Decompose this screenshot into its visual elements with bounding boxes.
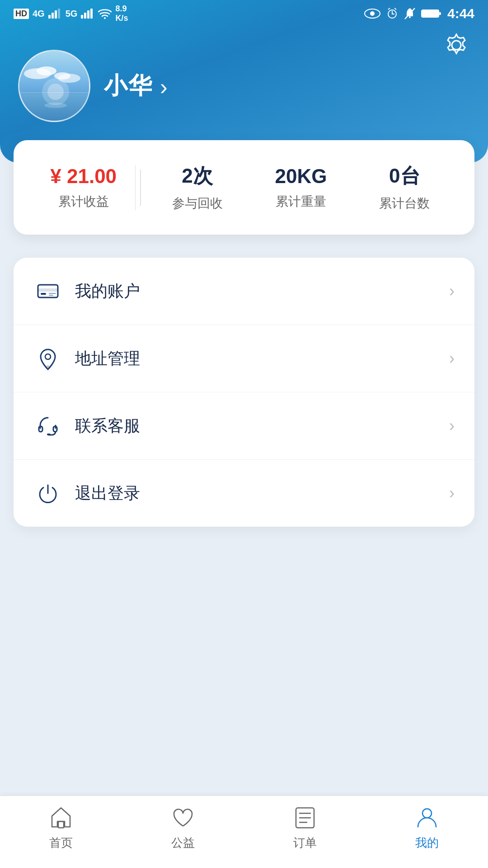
support-label: 联系客服 xyxy=(75,415,449,437)
logout-label: 退出登录 xyxy=(75,482,449,505)
headset-icon xyxy=(33,411,62,440)
address-chevron-icon: › xyxy=(449,349,455,368)
svg-rect-0 xyxy=(48,15,51,19)
wifi-icon xyxy=(98,8,112,19)
user-info[interactable]: 小华 › xyxy=(104,70,168,102)
profile-chevron-icon: › xyxy=(160,74,168,100)
card-icon xyxy=(33,277,62,306)
nav-home-label: 首页 xyxy=(49,835,73,851)
menu-item-support[interactable]: 联系客服 › xyxy=(14,392,474,460)
svg-point-21 xyxy=(47,84,64,100)
recycle-count-stat: 2次 参与回收 xyxy=(145,163,249,212)
svg-rect-29 xyxy=(38,288,58,292)
svg-rect-17 xyxy=(439,12,441,15)
nav-profile[interactable]: 我的 xyxy=(366,805,488,851)
5g-indicator: 5G xyxy=(66,9,78,19)
bottom-navigation: 首页 公益 订单 我的 xyxy=(0,796,488,868)
device-count-value: 0台 xyxy=(353,163,456,189)
menu-item-address[interactable]: 地址管理 › xyxy=(14,325,474,392)
address-label: 地址管理 xyxy=(75,348,449,370)
earnings-value: ¥ 21.00 xyxy=(32,165,135,188)
stats-right: 2次 参与回收 20KG 累计重量 0台 累计台数 xyxy=(145,163,456,212)
svg-rect-38 xyxy=(58,821,64,828)
username: 小华 xyxy=(104,70,153,102)
svg-point-27 xyxy=(44,103,67,108)
svg-rect-2 xyxy=(55,10,57,19)
support-chevron-icon: › xyxy=(449,416,455,435)
location-icon xyxy=(33,344,62,373)
hd1-indicator: HD xyxy=(14,9,29,19)
bell-mute-icon xyxy=(404,7,416,20)
earnings-stat: ¥ 21.00 累计收益 xyxy=(32,165,136,210)
svg-rect-4 xyxy=(81,15,83,19)
nav-profile-label: 我的 xyxy=(415,835,439,851)
device-count-stat: 0台 累计台数 xyxy=(353,163,456,212)
svg-rect-6 xyxy=(87,10,89,19)
nav-charity-label: 公益 xyxy=(171,835,195,851)
avatar xyxy=(18,50,90,122)
recycle-count-label: 参与回收 xyxy=(145,195,249,212)
menu-item-account[interactable]: 我的账户 › xyxy=(14,258,474,325)
status-right: 4:44 xyxy=(364,6,474,21)
menu-item-logout[interactable]: 退出登录 › xyxy=(14,460,474,527)
signal2-icon xyxy=(81,9,94,19)
svg-rect-1 xyxy=(52,13,54,19)
recycle-count-value: 2次 xyxy=(145,163,249,189)
earnings-label: 累计收益 xyxy=(32,193,135,210)
svg-rect-5 xyxy=(84,13,86,19)
battery-icon xyxy=(421,8,442,19)
speed-info: 8.9K/s xyxy=(115,4,128,23)
svg-point-10 xyxy=(370,11,375,16)
status-bar: HD 4G 5G 8.9K/s 4:44 xyxy=(0,0,488,27)
logout-chevron-icon: › xyxy=(449,484,455,503)
alarm-icon xyxy=(386,7,399,20)
weight-stat: 20KG 累计重量 xyxy=(249,165,352,210)
weight-value: 20KG xyxy=(249,165,352,188)
svg-point-43 xyxy=(422,809,432,818)
svg-rect-14 xyxy=(409,16,411,18)
nav-charity[interactable]: 公益 xyxy=(122,805,244,851)
svg-rect-37 xyxy=(47,434,51,435)
svg-rect-32 xyxy=(49,295,53,296)
svg-rect-30 xyxy=(41,293,46,295)
svg-point-25 xyxy=(54,72,70,80)
menu-card: 我的账户 › 地址管理 › 联系客服 › xyxy=(14,258,474,527)
svg-rect-16 xyxy=(422,10,439,17)
nav-orders-label: 订单 xyxy=(293,835,317,851)
eye-icon xyxy=(364,8,380,19)
svg-point-34 xyxy=(47,365,49,368)
stats-divider xyxy=(140,170,141,206)
device-count-label: 累计台数 xyxy=(353,195,456,212)
svg-rect-3 xyxy=(58,9,60,19)
stats-card: ¥ 21.00 累计收益 2次 参与回收 20KG 累计重量 0台 累计台数 xyxy=(14,140,474,235)
signal-icon xyxy=(48,9,62,19)
svg-rect-31 xyxy=(49,293,56,294)
power-icon xyxy=(33,479,62,508)
status-left: HD 4G 5G 8.9K/s xyxy=(14,4,128,23)
account-label: 我的账户 xyxy=(75,280,449,302)
clock-time: 4:44 xyxy=(447,6,474,21)
svg-rect-7 xyxy=(90,9,93,19)
nav-orders[interactable]: 订单 xyxy=(244,805,366,851)
svg-point-33 xyxy=(45,354,51,359)
settings-button[interactable] xyxy=(443,32,470,59)
account-chevron-icon: › xyxy=(449,282,455,301)
network-info: 4G xyxy=(33,9,45,19)
user-profile-area[interactable]: 小华 › xyxy=(18,50,168,122)
svg-point-23 xyxy=(37,66,56,75)
svg-point-8 xyxy=(104,17,106,19)
nav-home[interactable]: 首页 xyxy=(0,805,122,851)
weight-label: 累计重量 xyxy=(249,193,352,210)
